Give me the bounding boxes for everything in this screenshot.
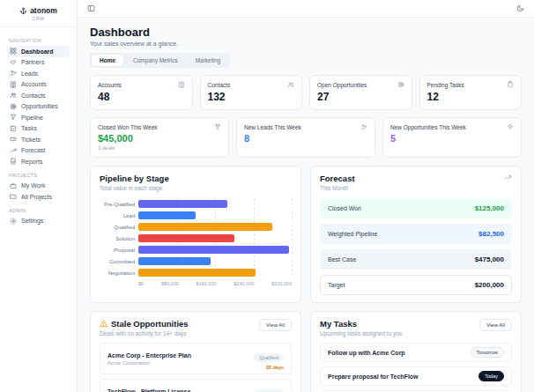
target-icon (397, 81, 404, 88)
sidebar-item-label: Tickets (21, 137, 41, 143)
sidebar-item-label: Forecast (21, 147, 45, 153)
tasks-subtitle: Upcoming tasks assigned to you (320, 330, 403, 337)
nav-section-label: Admin (9, 208, 70, 213)
task-item[interactable]: Follow up with Acme Corp Tomorrow (320, 343, 512, 362)
kpi-card-open-opportunities: Open Opportunities 27 (309, 75, 412, 110)
briefcase-icon (10, 182, 17, 189)
nav-section-label: Navigation (9, 38, 70, 43)
sidebar-item-label: Leads (21, 70, 38, 77)
stat-card-closed-won: Closed Won This Week $45,000 3 deals (90, 117, 229, 158)
pipeline-bar (138, 211, 196, 219)
user-plus-icon (360, 123, 367, 130)
building-icon (10, 81, 17, 88)
brand-anchor-icon (19, 7, 27, 15)
clipboard-icon (507, 81, 514, 88)
brand-sub: CRM (32, 16, 44, 21)
sidebar-toggle-button[interactable] (86, 4, 96, 13)
sidebar-item-label: My Work (21, 182, 45, 189)
task-title: Prepare proposal for TechFlow (328, 374, 419, 380)
sparkle-icon (507, 123, 514, 130)
warning-icon (100, 320, 108, 328)
brand: atonom CRM (0, 0, 77, 27)
sidebar-item-forecast[interactable]: Forecast (7, 145, 70, 157)
sidebar-item-contacts[interactable]: Contacts (7, 90, 70, 101)
forecast-label: Target (328, 282, 345, 288)
sidebar-item-reports[interactable]: Reports (7, 156, 70, 167)
stale-view-all-button[interactable]: View All (259, 319, 292, 331)
stat-value: $45,000 (98, 133, 221, 144)
sidebar-item-accounts[interactable]: Accounts (7, 79, 70, 91)
stale-item[interactable]: TechFlow - Platform LicenseTechFlow Solu… (100, 379, 292, 392)
chart-category-label: Pre-Qualified (100, 202, 138, 207)
sidebar-item-all-projects[interactable]: All Projects (7, 191, 70, 203)
pipeline-bar (138, 246, 289, 254)
tab-marketing[interactable]: Marketing (188, 55, 229, 66)
chart-category-label: Negotiation (100, 270, 138, 276)
kpi-card-pending-tasks: Pending Tasks 12 (419, 75, 523, 110)
sidebar-item-label: Dashboard (21, 48, 54, 55)
sidebar-item-label: Reports (21, 159, 43, 165)
forecast-value: $82,500 (478, 230, 504, 238)
tab-company-metrics[interactable]: Company Metrics (125, 55, 186, 66)
sidebar-item-label: Opportunities (21, 103, 58, 109)
stat-label: Closed Won This Week (98, 124, 158, 130)
sidebar-item-dashboard[interactable]: Dashboard (7, 46, 70, 57)
sidebar-item-label: Contacts (21, 92, 46, 99)
forecast-row-closed-won: Closed Won $125,000 (320, 198, 512, 218)
forecast-title: Forecast (320, 174, 355, 183)
forecast-value: $125,000 (475, 204, 504, 212)
chart-category-label: Qualified (100, 225, 138, 230)
sidebar-item-pipeline[interactable]: Pipeline (7, 112, 70, 123)
brand-name: atonom (30, 6, 57, 15)
task-item[interactable]: Prepare proposal for TechFlow Today (320, 366, 512, 386)
forecast-label: Weighted Pipeline (328, 231, 377, 237)
chart-x-axis: $0 $80,000 $160,000 $240,000 $320,000 (138, 281, 292, 286)
nav-section-label: Projects (9, 173, 70, 178)
sidebar-item-leads[interactable]: Leads (7, 68, 70, 79)
pipeline-by-stage-panel: Pipeline by Stage Total value in each st… (90, 166, 301, 303)
chart-category-label: Committed (100, 259, 138, 264)
forecast-row-best-case: Best Case $475,000 (320, 249, 512, 270)
kpi-label: Accounts (98, 82, 122, 88)
opportunity-company: Acme Corporation (108, 360, 191, 366)
gear-icon (10, 218, 17, 225)
theme-toggle-button[interactable] (515, 4, 525, 13)
forecast-label: Closed Won (328, 205, 361, 211)
pipeline-bar (138, 269, 256, 277)
sidebar-item-my-work[interactable]: My Work (7, 181, 70, 192)
file-chart-icon (10, 158, 17, 165)
tab-home[interactable]: Home (92, 55, 123, 66)
sidebar: atonom CRM Navigation Dashboard Partners… (0, 0, 78, 392)
sidebar-item-opportunities[interactable]: Opportunities (7, 101, 70, 113)
x-tick: $80,000 (161, 281, 179, 286)
stat-label: New Leads This Week (244, 124, 301, 130)
pipeline-bar (138, 234, 234, 242)
user-arrow-icon (10, 70, 17, 77)
tasks-view-all-button[interactable]: View All (479, 319, 512, 331)
forecast-row-weighted-pipeline: Weighted Pipeline $82,500 (320, 224, 512, 244)
stale-item[interactable]: Acme Corp - Enterprise PlanAcme Corporat… (100, 343, 292, 374)
sidebar-item-label: Pipeline (21, 115, 43, 121)
kpi-card-contacts: Contacts 132 (200, 75, 303, 110)
handshake-icon (10, 59, 17, 66)
trend-icon (10, 147, 17, 154)
funnel-icon (10, 114, 17, 121)
task-title: Follow up with Acme Corp (328, 350, 405, 356)
stat-value: 8 (244, 133, 367, 144)
kpi-value: 48 (98, 91, 185, 103)
chart-subtitle: Total value in each stage (100, 185, 292, 191)
forecast-row-target: Target $200,000 (320, 275, 512, 295)
x-tick: $160,000 (197, 281, 217, 286)
stat-subtext: 3 deals (98, 145, 221, 151)
sidebar-item-partners[interactable]: Partners (7, 57, 70, 69)
sidebar-item-tasks[interactable]: Tasks (7, 123, 70, 135)
users-icon (287, 81, 294, 88)
ticket-icon (10, 136, 17, 143)
sidebar-item-tickets[interactable]: Tickets (7, 134, 70, 145)
chart-category-label: Proposal (100, 248, 138, 253)
sidebar-item-settings[interactable]: Settings (7, 216, 70, 227)
forecast-panel: Forecast This Month Closed Won $125,000 … (310, 166, 522, 303)
kpi-label: Pending Tasks (427, 82, 464, 88)
kpi-label: Contacts (208, 82, 231, 88)
grid-icon (10, 48, 17, 55)
